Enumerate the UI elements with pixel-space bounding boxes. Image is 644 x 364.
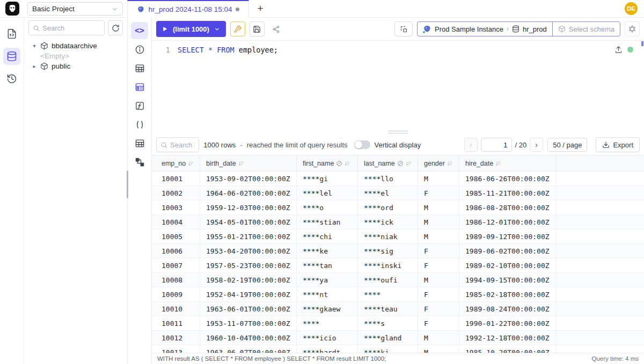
table-cell[interactable]: 1992-12-18T00:00:00Z: [459, 331, 556, 345]
table-row[interactable]: 100131963-06-07T00:00:00Z****hardt****ki…: [152, 345, 644, 353]
table-cell[interactable]: 1985-02-18T00:00:00Z: [459, 287, 556, 301]
batch-query-button[interactable]: [394, 21, 413, 36]
table-cell[interactable]: ****: [358, 287, 418, 301]
caret-right-icon[interactable]: ▸: [32, 63, 37, 69]
table-cell[interactable]: ****ord: [358, 200, 418, 214]
upload-sql-icon[interactable]: [614, 46, 623, 54]
tables-icon[interactable]: [131, 60, 148, 77]
editor-scrollbar[interactable]: [641, 41, 643, 46]
table-cell[interactable]: ****tan: [297, 258, 358, 272]
history-icon[interactable]: [3, 70, 20, 87]
table-cell[interactable]: 1958-02-19T00:00:00Z: [200, 273, 297, 287]
column-header-last_name[interactable]: last_name: [358, 155, 418, 171]
table-cell[interactable]: ****nt: [297, 287, 358, 301]
table-cell[interactable]: M: [418, 273, 459, 287]
table-cell[interactable]: ****gkaew: [297, 302, 358, 316]
table-cell[interactable]: 1989-06-02T00:00:00Z: [459, 244, 556, 258]
functions-icon[interactable]: [131, 97, 148, 114]
app-logo-button[interactable]: [0, 0, 24, 17]
next-page-button[interactable]: ›: [530, 138, 543, 152]
schema-select[interactable]: Select schema: [552, 22, 620, 36]
panel-drag-handle[interactable]: [152, 129, 644, 135]
column-header-birth_date[interactable]: birth_date: [200, 155, 297, 171]
sort-icon[interactable]: [188, 160, 194, 167]
table-row[interactable]: 100071957-05-23T00:00:00Z****tan****insk…: [152, 258, 644, 273]
table-cell[interactable]: 1960-10-04T00:00:00Z: [200, 331, 297, 345]
table-cell[interactable]: 10010: [152, 302, 200, 316]
table-cell[interactable]: 1955-01-21T00:00:00Z: [200, 229, 297, 243]
table-cell[interactable]: F: [418, 244, 459, 258]
table-cell[interactable]: ****teau: [358, 302, 418, 316]
table-cell[interactable]: ****gland: [358, 331, 418, 345]
table-cell[interactable]: 1985-10-20T00:00:00Z: [459, 345, 556, 353]
table-cell[interactable]: ****ki: [358, 345, 418, 353]
table-cell[interactable]: M: [418, 172, 459, 185]
table-cell[interactable]: 1990-01-22T00:00:00Z: [459, 316, 556, 330]
external-tables-icon[interactable]: [131, 135, 148, 152]
user-avatar[interactable]: DE: [625, 2, 638, 15]
column-header-gender[interactable]: gender: [418, 155, 459, 171]
table-cell[interactable]: M: [418, 331, 459, 345]
chevron-down-icon[interactable]: [214, 26, 220, 32]
caret-down-icon[interactable]: ▾: [32, 43, 37, 49]
vertical-display-toggle[interactable]: [354, 140, 370, 149]
project-select[interactable]: Basic Project: [27, 2, 123, 16]
table-cell[interactable]: 10007: [152, 258, 200, 272]
table-cell[interactable]: 1986-12-01T00:00:00Z: [459, 215, 556, 229]
table-cell[interactable]: 10012: [152, 331, 200, 345]
table-cell[interactable]: ****icio: [297, 331, 358, 345]
table-cell[interactable]: 1989-02-10T00:00:00Z: [459, 258, 556, 272]
table-cell[interactable]: ****o: [297, 200, 358, 214]
table-cell[interactable]: 1963-06-07T00:00:00Z: [200, 345, 297, 353]
table-cell[interactable]: ****ke: [297, 244, 358, 258]
table-cell[interactable]: ****el: [358, 186, 418, 200]
prev-page-button[interactable]: ‹: [464, 138, 478, 152]
table-row[interactable]: 100031959-12-03T00:00:00Z****o****ordM19…: [152, 200, 644, 215]
run-query-button[interactable]: (limit 1000): [156, 21, 226, 37]
table-cell[interactable]: 10002: [152, 186, 200, 200]
refresh-button[interactable]: [108, 20, 123, 35]
share-sheet-button[interactable]: [269, 21, 284, 36]
column-header-first_name[interactable]: first_name: [297, 155, 358, 171]
schema-diagram-icon[interactable]: [131, 153, 148, 170]
table-cell[interactable]: 1954-05-01T00:00:00Z: [200, 215, 297, 229]
table-cell[interactable]: 10008: [152, 273, 200, 287]
table-cell[interactable]: 1953-11-07T00:00:00Z: [200, 316, 297, 330]
table-cell[interactable]: ****: [297, 316, 358, 330]
ai-assistant-button[interactable]: [625, 21, 640, 36]
table-cell[interactable]: 10011: [152, 316, 200, 330]
instance-database-select[interactable]: Prod Sample Instance › hr_prod: [418, 22, 552, 36]
table-row[interactable]: 100081958-02-19T00:00:00Z****ya****oufiM…: [152, 273, 644, 287]
table-row[interactable]: 100111953-11-07T00:00:00Z********sF1990-…: [152, 316, 644, 331]
table-cell[interactable]: ****hardt: [297, 345, 358, 353]
table-cell[interactable]: 1989-08-24T00:00:00Z: [459, 302, 556, 316]
table-cell[interactable]: F: [418, 302, 459, 316]
table-cell[interactable]: 1964-06-02T00:00:00Z: [200, 186, 297, 200]
table-cell[interactable]: F: [418, 316, 459, 330]
table-cell[interactable]: M: [418, 215, 459, 229]
tree-item-public[interactable]: ▸ public: [24, 61, 127, 71]
table-cell[interactable]: ****ya: [297, 273, 358, 287]
table-cell[interactable]: ****niak: [358, 229, 418, 243]
table-row[interactable]: 100061953-04-20T00:00:00Z****ke****sigF1…: [152, 244, 644, 258]
table-cell[interactable]: F: [418, 287, 459, 301]
table-cell[interactable]: 1986-06-26T00:00:00Z: [459, 172, 556, 185]
table-row[interactable]: 100011953-09-02T00:00:00Z****gi****lloM1…: [152, 172, 644, 186]
table-row[interactable]: 100021964-06-02T00:00:00Z****lel****elF1…: [152, 186, 644, 200]
worksheets-icon[interactable]: [3, 25, 20, 42]
table-cell[interactable]: F: [418, 258, 459, 272]
code-pane-icon[interactable]: <>: [131, 22, 148, 39]
table-cell[interactable]: ****gi: [297, 172, 358, 185]
table-row[interactable]: 100091952-04-19T00:00:00Z****nt****F1985…: [152, 287, 644, 302]
results-search-input[interactable]: [170, 141, 195, 149]
table-cell[interactable]: 10005: [152, 229, 200, 243]
info-icon[interactable]: [131, 41, 148, 58]
table-cell[interactable]: ****ick: [358, 215, 418, 229]
table-cell[interactable]: ****sig: [358, 244, 418, 258]
table-cell[interactable]: M: [418, 345, 459, 353]
table-cell[interactable]: 10009: [152, 287, 200, 301]
table-cell[interactable]: ****chi: [297, 229, 358, 243]
table-cell[interactable]: 1952-04-19T00:00:00Z: [200, 287, 297, 301]
tree-item-bbdataarchive[interactable]: ▾ bbdataarchive: [24, 41, 127, 51]
tree-search-input[interactable]: [42, 24, 100, 32]
